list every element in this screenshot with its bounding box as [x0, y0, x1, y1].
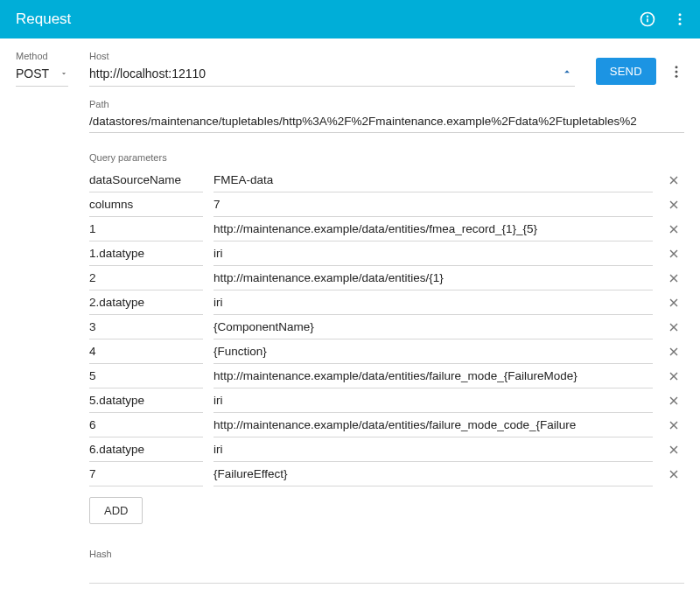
svg-point-6 [676, 66, 678, 68]
add-param-button[interactable]: ADD [89, 497, 143, 524]
more-vert-icon[interactable] [672, 11, 688, 27]
param-key-input[interactable] [89, 340, 203, 364]
delete-param-icon[interactable] [663, 243, 684, 264]
method-host-row: Method POST Host SEND [16, 51, 684, 87]
delete-param-icon[interactable] [663, 194, 684, 215]
param-value-input[interactable] [214, 242, 653, 266]
param-value-input[interactable] [214, 266, 653, 290]
param-key-input[interactable] [89, 192, 203, 217]
param-key-input[interactable] [89, 364, 203, 388]
svg-point-7 [676, 70, 678, 73]
param-key-input[interactable] [89, 168, 203, 192]
param-value-input[interactable] [214, 462, 653, 486]
method-label: Method [16, 51, 68, 61]
delete-param-icon[interactable] [663, 170, 684, 191]
delete-param-icon[interactable] [663, 390, 684, 411]
delete-param-icon[interactable] [663, 292, 684, 313]
send-button[interactable]: SEND [596, 58, 656, 85]
delete-param-icon[interactable] [663, 317, 684, 338]
param-row [89, 315, 684, 340]
param-key-input[interactable] [89, 242, 203, 266]
param-row [89, 242, 684, 266]
info-icon[interactable] [639, 10, 656, 28]
request-body: Method POST Host SEND Path Query paramet… [0, 38, 700, 592]
param-value-input[interactable] [214, 217, 653, 242]
param-row [89, 217, 684, 242]
method-value: POST [16, 66, 49, 80]
host-input[interactable] [89, 63, 575, 87]
delete-param-icon[interactable] [663, 415, 684, 436]
hash-input[interactable] [89, 559, 684, 584]
svg-point-8 [676, 74, 678, 77]
param-key-input[interactable] [89, 462, 203, 486]
param-key-input[interactable] [89, 438, 203, 462]
svg-point-5 [679, 23, 682, 25]
param-key-input[interactable] [89, 266, 203, 290]
host-label: Host [89, 51, 575, 61]
delete-param-icon[interactable] [663, 268, 684, 289]
param-row [89, 168, 684, 192]
param-value-input[interactable] [214, 364, 653, 388]
param-value-input[interactable] [214, 438, 653, 462]
param-row [89, 192, 684, 217]
path-label: Path [89, 99, 684, 109]
path-input[interactable] [89, 111, 684, 133]
panel-title: Request [16, 10, 639, 28]
delete-param-icon[interactable] [663, 341, 684, 362]
svg-point-2 [648, 16, 648, 17]
param-row [89, 388, 684, 413]
param-value-input[interactable] [214, 315, 653, 340]
delete-param-icon[interactable] [663, 366, 684, 387]
param-key-input[interactable] [89, 413, 203, 438]
params-list [89, 168, 684, 486]
param-value-input[interactable] [214, 168, 653, 192]
param-row [89, 462, 684, 486]
delete-param-icon[interactable] [663, 439, 684, 460]
param-value-input[interactable] [214, 192, 653, 217]
param-row [89, 438, 684, 462]
query-params-label: Query parameters [89, 152, 684, 163]
param-row [89, 266, 684, 290]
svg-point-3 [679, 13, 682, 16]
host-collapse-icon[interactable] [561, 66, 573, 81]
main-area: Path Query parameters ADD Hash [89, 99, 684, 584]
param-row [89, 290, 684, 315]
param-key-input[interactable] [89, 290, 203, 315]
svg-point-4 [679, 18, 682, 21]
param-value-input[interactable] [214, 413, 653, 438]
param-key-input[interactable] [89, 315, 203, 340]
param-value-input[interactable] [214, 388, 653, 413]
header-actions [639, 10, 688, 28]
param-key-input[interactable] [89, 217, 203, 242]
param-row [89, 340, 684, 364]
delete-param-icon[interactable] [663, 464, 684, 485]
method-select[interactable]: POST [16, 63, 68, 87]
hash-label: Hash [89, 549, 684, 559]
more-options-icon[interactable] [668, 64, 684, 80]
param-value-input[interactable] [214, 340, 653, 364]
delete-param-icon[interactable] [663, 219, 684, 240]
chevron-down-icon [60, 69, 68, 78]
param-row [89, 413, 684, 438]
request-header: Request [0, 0, 700, 38]
param-value-input[interactable] [214, 290, 653, 315]
param-key-input[interactable] [89, 388, 203, 413]
param-row [89, 364, 684, 388]
